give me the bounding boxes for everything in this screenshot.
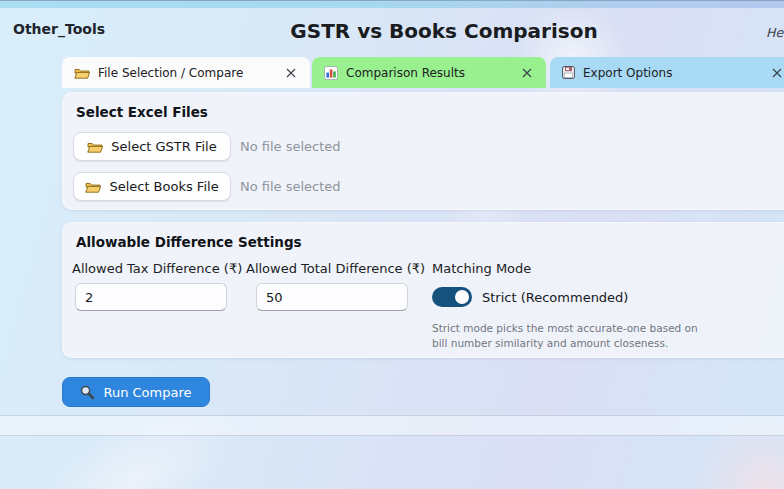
- tab-label: Comparison Results: [346, 66, 512, 80]
- magnifier-icon: [80, 385, 95, 400]
- gstr-file-status: No file selected: [240, 139, 341, 154]
- page-title: GSTR vs Books Comparison: [290, 19, 597, 43]
- toggle-knob: [455, 290, 469, 304]
- folder-icon: [85, 180, 101, 193]
- folder-icon: [87, 140, 103, 153]
- file-selection-card: Select Excel Files Select GSTR File No f…: [62, 92, 784, 210]
- total-difference-label: Allowed Total Difference (₹): [246, 261, 425, 276]
- folder-icon: [74, 66, 90, 79]
- hint-line: bill number similarity and amount closen…: [432, 337, 668, 349]
- matching-mode-toggle[interactable]: [432, 287, 472, 307]
- close-icon[interactable]: [284, 66, 298, 80]
- section-heading: Allowable Difference Settings: [76, 234, 302, 250]
- difference-settings-card: Allowable Difference Settings Allowed Ta…: [62, 222, 784, 358]
- close-icon[interactable]: [770, 66, 784, 80]
- tab-label: File Selection / Compare: [98, 66, 276, 80]
- tab-comparison-results[interactable]: Comparison Results: [312, 57, 546, 88]
- tax-difference-input[interactable]: [75, 283, 227, 311]
- window-top-strip: [0, 0, 784, 8]
- tab-export-options[interactable]: Export Options: [550, 57, 784, 88]
- run-compare-button[interactable]: Run Compare: [62, 377, 210, 407]
- matching-mode-label: Matching Mode: [432, 261, 531, 276]
- select-gstr-file-button[interactable]: Select GSTR File: [73, 132, 231, 161]
- button-label: Select Books File: [109, 179, 218, 194]
- app-title: Other_Tools: [13, 21, 105, 37]
- hint-line: Strict mode picks the most accurate-one …: [432, 322, 698, 334]
- section-heading: Select Excel Files: [76, 104, 208, 120]
- matching-mode-value: Strict (Recommended): [482, 290, 628, 305]
- button-label: Select GSTR File: [111, 139, 216, 154]
- bar-chart-icon: [324, 66, 338, 80]
- help-link[interactable]: Help: [766, 25, 784, 40]
- select-books-file-button[interactable]: Select Books File: [73, 172, 231, 201]
- button-label: Run Compare: [103, 385, 191, 400]
- floppy-disk-icon: [562, 66, 575, 79]
- tab-label: Export Options: [583, 66, 762, 80]
- tax-difference-label: Allowed Tax Difference (₹): [72, 261, 242, 276]
- total-difference-input[interactable]: [256, 283, 408, 311]
- tab-file-selection[interactable]: File Selection / Compare: [62, 57, 310, 88]
- books-file-status: No file selected: [240, 179, 341, 194]
- close-icon[interactable]: [520, 66, 534, 80]
- matching-mode-hint: Strict mode picks the most accurate-one …: [432, 321, 698, 350]
- status-strip: [0, 415, 784, 436]
